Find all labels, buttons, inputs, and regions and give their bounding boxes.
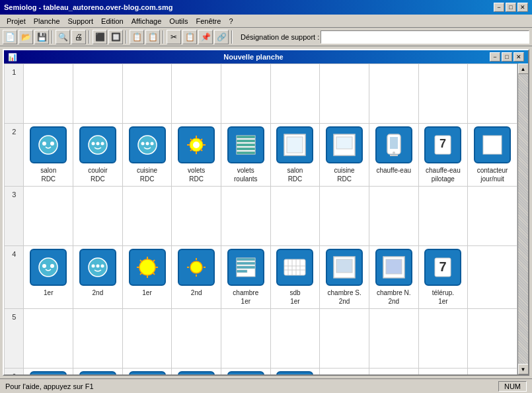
device-icon-telerup-1er: 7 bbox=[424, 249, 461, 286]
empty-cell[interactable] bbox=[468, 246, 517, 309]
device-cell-vmc[interactable]: VMC bbox=[270, 369, 320, 375]
empty-cell[interactable] bbox=[221, 309, 271, 369]
scrollbar-vertical[interactable]: ▲ ▼ bbox=[517, 64, 528, 374]
menu-item-projet[interactable]: Projet bbox=[3, 16, 30, 26]
device-cell-chauffe-eau-pilotage[interactable]: 7 chauffe-eaupilotage bbox=[418, 124, 468, 187]
inner-minimize-button[interactable]: − bbox=[490, 52, 500, 62]
device-label-1er-a: 1er bbox=[25, 288, 71, 297]
scroll-area[interactable]: 12 salonRDC couloirRDC cuisineRDC bbox=[4, 64, 517, 374]
device-cell-2nd-a[interactable]: 2nd bbox=[73, 246, 123, 309]
empty-cell[interactable] bbox=[122, 187, 172, 246]
device-cell-volets-rdc[interactable]: voletsRDC bbox=[172, 124, 221, 187]
scroll-up-button[interactable]: ▲ bbox=[518, 64, 529, 74]
empty-cell[interactable] bbox=[320, 187, 369, 246]
empty-cell[interactable] bbox=[320, 64, 369, 124]
scroll-track[interactable] bbox=[518, 74, 528, 364]
menu-item-planche[interactable]: Planche bbox=[30, 16, 64, 26]
empty-cell[interactable] bbox=[221, 64, 271, 124]
device-cell-chauffe-eau[interactable]: chauffe-eau bbox=[369, 124, 418, 187]
menu-item-affichage[interactable]: Affichage bbox=[128, 16, 166, 26]
device-cell-1er-a[interactable]: 1er bbox=[24, 246, 73, 309]
empty-cell[interactable] bbox=[73, 187, 123, 246]
empty-cell[interactable] bbox=[172, 64, 221, 124]
device-cell-1er-b[interactable]: 1er bbox=[122, 246, 172, 309]
device-cell-chambre-s-2nd[interactable]: chambre S.2nd bbox=[320, 246, 369, 309]
paste-button[interactable]: 📌 bbox=[198, 30, 213, 44]
device-icon-volets-rdc bbox=[178, 126, 215, 163]
device-cell-chambre-1er[interactable]: chambre1er bbox=[221, 246, 271, 309]
app-close-button[interactable]: ✕ bbox=[517, 3, 528, 12]
device-cell-couloir-rdc[interactable]: couloirRDC bbox=[73, 124, 123, 187]
empty-cell[interactable] bbox=[418, 309, 468, 369]
device-cell-telerup-1er[interactable]: 7 télérup.1er bbox=[418, 246, 468, 309]
empty-cell[interactable] bbox=[369, 369, 418, 375]
inner-close-button[interactable]: ✕ bbox=[513, 52, 524, 62]
device-cell-salon-rdc[interactable]: salonRDC bbox=[24, 124, 73, 187]
empty-cell[interactable] bbox=[24, 64, 73, 124]
empty-cell[interactable] bbox=[73, 64, 123, 124]
empty-cell[interactable] bbox=[320, 309, 369, 369]
device-cell-seche-linge[interactable]: ⊔ sèche-linge bbox=[172, 369, 221, 375]
cut-button[interactable]: ✂ bbox=[167, 30, 181, 44]
app-minimize-button[interactable]: − bbox=[494, 3, 504, 12]
device-cell-sdb-1er[interactable]: sdb1er bbox=[270, 246, 320, 309]
empty-cell[interactable] bbox=[122, 64, 172, 124]
empty-cell[interactable] bbox=[468, 64, 517, 124]
menu-item-support[interactable]: Support bbox=[64, 16, 98, 26]
empty-cell[interactable] bbox=[24, 309, 73, 369]
empty-cell[interactable] bbox=[270, 187, 320, 246]
empty-cell[interactable] bbox=[468, 369, 517, 375]
empty-cell[interactable] bbox=[172, 187, 221, 246]
device-cell-2nd-b[interactable]: 2nd bbox=[172, 246, 221, 309]
empty-cell[interactable] bbox=[24, 187, 73, 246]
tool3[interactable]: ⬛ bbox=[93, 30, 107, 44]
svg-rect-78 bbox=[237, 270, 247, 273]
tool7[interactable]: 🔗 bbox=[214, 30, 229, 44]
tool6[interactable]: 📋 bbox=[145, 30, 160, 44]
inner-maximize-button[interactable]: □ bbox=[502, 52, 512, 62]
device-icon-lave-linge bbox=[30, 371, 67, 374]
empty-cell[interactable] bbox=[468, 309, 517, 369]
device-cell-lave-vaisselle[interactable]: lave-vaisselle bbox=[73, 369, 123, 375]
menu-item-edition[interactable]: Edition bbox=[97, 16, 128, 26]
device-cell-contacteur[interactable]: contacteurjour/nuit bbox=[468, 124, 517, 187]
print-button[interactable]: 🖨 bbox=[71, 30, 86, 44]
device-cell-lave-linge[interactable]: lave-linge bbox=[24, 369, 73, 375]
empty-cell[interactable] bbox=[418, 64, 468, 124]
app-maximize-button[interactable]: □ bbox=[506, 3, 516, 12]
designation-input[interactable] bbox=[321, 30, 529, 44]
menu-item-outils[interactable]: Outils bbox=[165, 16, 192, 26]
empty-cell[interactable] bbox=[221, 187, 271, 246]
empty-cell[interactable] bbox=[369, 187, 418, 246]
open-button[interactable]: 📂 bbox=[19, 30, 33, 44]
empty-cell[interactable] bbox=[369, 309, 418, 369]
empty-cell[interactable] bbox=[418, 369, 468, 375]
new-button[interactable]: 📄 bbox=[3, 30, 17, 44]
empty-cell[interactable] bbox=[122, 309, 172, 369]
empty-cell[interactable] bbox=[73, 309, 123, 369]
empty-cell[interactable] bbox=[468, 187, 517, 246]
scroll-down-button[interactable]: ▼ bbox=[518, 364, 529, 374]
empty-cell[interactable] bbox=[270, 64, 320, 124]
device-cell-congelateur[interactable]: ≈ congélateur bbox=[122, 369, 172, 375]
empty-cell[interactable] bbox=[320, 369, 369, 375]
device-cell-volets-roulants[interactable]: voletsroulants bbox=[221, 124, 271, 187]
empty-cell[interactable] bbox=[270, 309, 320, 369]
empty-cell[interactable] bbox=[369, 64, 418, 124]
svg-point-68 bbox=[190, 261, 202, 273]
save-button[interactable]: 💾 bbox=[34, 30, 49, 44]
copy-button[interactable]: 📋 bbox=[182, 30, 197, 44]
menu-item-fenêtre[interactable]: Fenêtre bbox=[192, 16, 225, 26]
print-preview-button[interactable]: 🔍 bbox=[56, 30, 70, 44]
empty-cell[interactable] bbox=[418, 187, 468, 246]
device-cell-cuisine-rdc[interactable]: cuisineRDC bbox=[122, 124, 172, 187]
tool5[interactable]: 📋 bbox=[130, 30, 144, 44]
device-cell-four[interactable]: four bbox=[221, 369, 271, 375]
tool4[interactable]: 🔲 bbox=[108, 30, 123, 44]
device-label-volets-rdc: voletsRDC bbox=[173, 166, 219, 183]
menu-item-?[interactable]: ? bbox=[225, 16, 237, 26]
device-cell-salon-rdc2[interactable]: salonRDC bbox=[270, 124, 320, 187]
device-cell-cuisine-rdc2[interactable]: cuisineRDC bbox=[320, 124, 369, 187]
empty-cell[interactable] bbox=[172, 309, 221, 369]
device-cell-chambre-n-2nd[interactable]: chambre N.2nd bbox=[369, 246, 418, 309]
